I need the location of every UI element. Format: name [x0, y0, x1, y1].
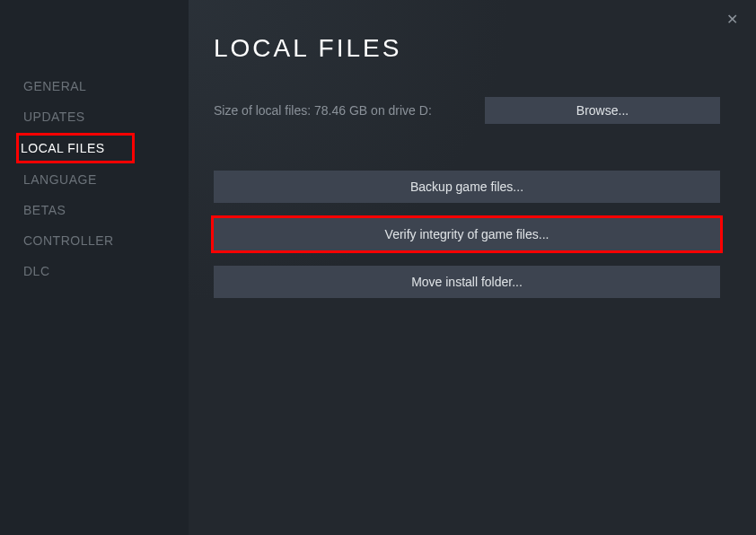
- close-icon[interactable]: ✕: [719, 7, 745, 31]
- action-buttons: Backup game files... Verify integrity of…: [214, 171, 720, 298]
- sidebar-item-dlc[interactable]: DLC: [20, 257, 54, 285]
- sidebar-item-general[interactable]: GENERAL: [20, 72, 90, 101]
- sidebar: GENERAL UPDATES LOCAL FILES LANGUAGE BET…: [0, 0, 189, 535]
- sidebar-item-controller[interactable]: CONTROLLER: [20, 226, 118, 255]
- page-title: LOCAL FILES: [214, 34, 720, 63]
- sidebar-item-local-files[interactable]: LOCAL FILES: [16, 133, 135, 163]
- browse-button[interactable]: Browse...: [485, 97, 720, 124]
- verify-button[interactable]: Verify integrity of game files...: [214, 218, 720, 250]
- backup-button[interactable]: Backup game files...: [214, 171, 720, 203]
- size-info-text: Size of local files: 78.46 GB on drive D…: [214, 103, 432, 118]
- sidebar-item-language[interactable]: LANGUAGE: [20, 165, 101, 194]
- move-folder-button[interactable]: Move install folder...: [214, 266, 720, 298]
- sidebar-item-updates[interactable]: UPDATES: [20, 102, 89, 131]
- sidebar-item-betas[interactable]: BETAS: [20, 196, 69, 224]
- main-panel: ✕ LOCAL FILES Size of local files: 78.46…: [189, 0, 756, 535]
- size-info-row: Size of local files: 78.46 GB on drive D…: [214, 97, 720, 124]
